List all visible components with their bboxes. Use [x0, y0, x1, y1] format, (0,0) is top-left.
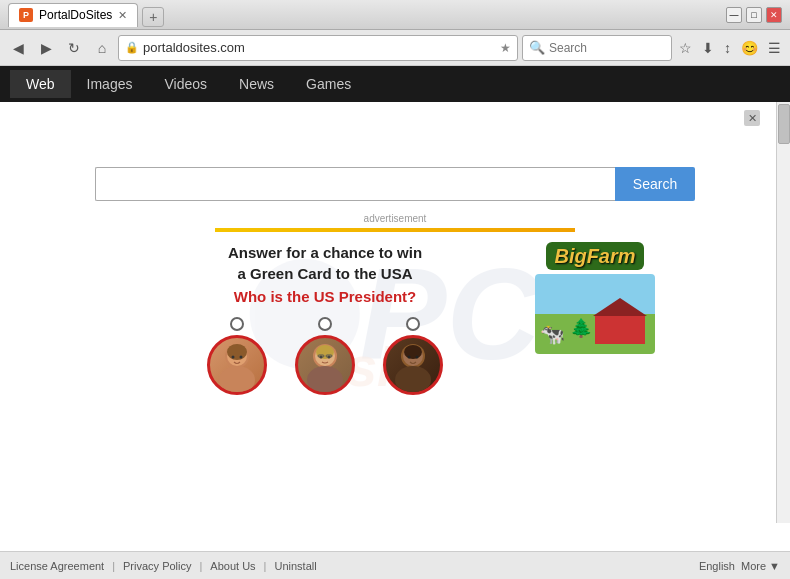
ad-bar	[215, 228, 575, 232]
quiz-title-line1: Answer for a chance to win a Green Card …	[228, 242, 422, 284]
bookmark-icon[interactable]: ☆	[676, 38, 695, 58]
browser-tab[interactable]: P PortalDoSites ✕	[8, 3, 138, 27]
footer-language: English	[699, 560, 735, 572]
svg-point-18	[408, 356, 411, 359]
barn	[595, 304, 645, 344]
tab-title: PortalDoSites	[39, 8, 112, 22]
close-ad-button[interactable]: ✕	[744, 110, 760, 126]
nav-item-web[interactable]: Web	[10, 70, 71, 98]
svg-point-3	[227, 344, 247, 360]
window-controls: — □ ✕	[726, 7, 782, 23]
nav-item-images[interactable]: Images	[71, 70, 149, 98]
tab-bar: P PortalDoSites ✕ +	[8, 3, 718, 27]
close-button[interactable]: ✕	[766, 7, 782, 23]
menu-icon[interactable]: ☰	[765, 38, 784, 58]
bigfarm-text: BigFarm	[554, 246, 635, 266]
bookmark-star-icon[interactable]: ★	[500, 41, 511, 55]
quiz-options	[207, 317, 443, 395]
tree-icon: 🌲	[570, 317, 592, 339]
svg-point-5	[240, 356, 243, 359]
footer-link-about[interactable]: About Us	[210, 560, 255, 572]
svg-point-7	[307, 366, 343, 392]
footer-link-privacy[interactable]: Privacy Policy	[123, 560, 191, 572]
person-avatar-1	[207, 335, 267, 395]
maximize-button[interactable]: □	[746, 7, 762, 23]
address-input[interactable]	[143, 40, 496, 55]
search-icon: 🔍	[529, 40, 545, 55]
search-section: Search	[0, 102, 790, 201]
main-search-input[interactable]	[95, 167, 615, 201]
nav-bar: ◀ ▶ ↻ ⌂ 🔒 ★ 🔍 ☆ ⬇ ↕ 😊 ☰	[0, 30, 790, 66]
sync-icon[interactable]: ↕	[721, 38, 734, 58]
ad-content: Answer for a chance to win a Green Card …	[135, 242, 655, 395]
tab-close-button[interactable]: ✕	[118, 9, 127, 22]
footer-links: License Agreement | Privacy Policy | Abo…	[10, 560, 317, 572]
nav-item-games[interactable]: Games	[290, 70, 367, 98]
barn-body	[595, 316, 645, 344]
bigfarm-ad[interactable]: BigFarm 🐄 🌲	[535, 242, 655, 354]
footer: License Agreement | Privacy Policy | Abo…	[0, 551, 790, 579]
toolbar-icons: ☆ ⬇ ↕ 😊 ☰	[676, 38, 784, 58]
quiz-option-3[interactable]	[383, 317, 443, 395]
person-avatar-2	[295, 335, 355, 395]
footer-separator-1: |	[112, 560, 115, 572]
back-button[interactable]: ◀	[6, 36, 30, 60]
bigfarm-logo: BigFarm	[546, 242, 643, 270]
svg-point-15	[395, 366, 431, 392]
quiz-radio-2[interactable]	[318, 317, 332, 331]
download-icon[interactable]: ⬇	[699, 38, 717, 58]
quiz-option-2[interactable]	[295, 317, 355, 395]
user-icon[interactable]: 😊	[738, 38, 761, 58]
footer-separator-3: |	[264, 560, 267, 572]
nav-item-news[interactable]: News	[223, 70, 290, 98]
svg-point-17	[404, 345, 422, 359]
footer-right: English More ▼	[699, 560, 780, 572]
barn-roof	[593, 298, 647, 316]
person-avatar-3	[383, 335, 443, 395]
forward-button[interactable]: ▶	[34, 36, 58, 60]
nav-item-videos[interactable]: Videos	[148, 70, 223, 98]
tab-favicon: P	[19, 8, 33, 22]
quiz-box: Answer for a chance to win a Green Card …	[135, 242, 515, 395]
footer-link-license[interactable]: License Agreement	[10, 560, 104, 572]
address-bar-icons: 🔒	[125, 41, 139, 54]
footer-separator-2: |	[200, 560, 203, 572]
new-tab-button[interactable]: +	[142, 7, 164, 27]
svg-point-4	[232, 356, 235, 359]
footer-link-uninstall[interactable]: Uninstall	[274, 560, 316, 572]
quiz-radio-3[interactable]	[406, 317, 420, 331]
address-right-icons: ★	[500, 41, 511, 55]
bigfarm-scene: 🐄 🌲	[535, 274, 655, 354]
ad-label: advertisement	[364, 213, 427, 224]
minimize-button[interactable]: —	[726, 7, 742, 23]
lock-icon: 🔒	[125, 41, 139, 54]
quiz-radio-1[interactable]	[230, 317, 244, 331]
home-button[interactable]: ⌂	[90, 36, 114, 60]
main-content: PC risk ✕ Search advertisement Answer fo…	[0, 102, 790, 551]
address-bar[interactable]: 🔒 ★	[118, 35, 518, 61]
quiz-question: Who is the US President?	[234, 288, 417, 305]
svg-point-1	[219, 366, 255, 392]
search-button[interactable]: Search	[615, 167, 695, 201]
quiz-option-1[interactable]	[207, 317, 267, 395]
reload-button[interactable]: ↻	[62, 36, 86, 60]
ad-section: advertisement Answer for a chance to win…	[0, 213, 790, 395]
browser-search-box[interactable]: 🔍	[522, 35, 672, 61]
site-nav: Web Images Videos News Games	[0, 66, 790, 102]
browser-titlebar: P PortalDoSites ✕ + — □ ✕	[0, 0, 790, 30]
svg-point-19	[416, 356, 419, 359]
cow-icon: 🐄	[540, 322, 565, 346]
footer-more-button[interactable]: More ▼	[741, 560, 780, 572]
